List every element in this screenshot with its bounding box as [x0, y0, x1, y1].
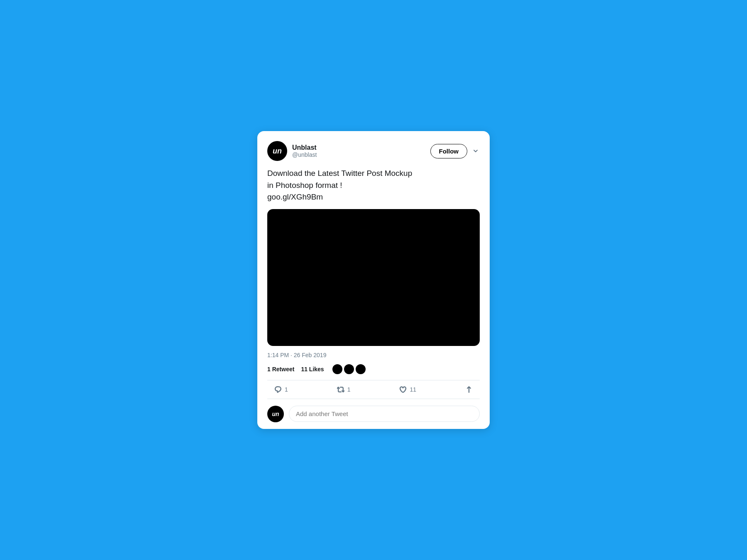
avatar-initials: un [273, 147, 282, 156]
retweet-action[interactable]: 1 [337, 385, 351, 394]
compose-avatar: un [267, 406, 284, 422]
like-action[interactable]: 11 [399, 385, 416, 394]
retweet-stat: 1 Retweet [267, 366, 294, 373]
reply-count: 1 [285, 386, 288, 393]
dm-action[interactable] [465, 385, 473, 394]
like-avatars [332, 364, 366, 374]
tweet-media-image [267, 209, 480, 346]
tweet-actions: 1 1 11 [267, 380, 480, 399]
tweet-header: un Unblast @unblast Follow [267, 141, 480, 161]
reply-icon [274, 385, 282, 394]
tweet-header-left: un Unblast @unblast [267, 141, 317, 161]
compose-input[interactable] [289, 406, 480, 422]
display-name: Unblast [292, 144, 317, 151]
like-avatar-2 [344, 364, 354, 374]
tweet-text: Download the Latest Twitter Post Mockup … [267, 168, 480, 203]
like-avatar-1 [332, 364, 342, 374]
avatar: un [267, 141, 287, 161]
follow-button[interactable]: Follow [430, 144, 468, 158]
like-stat: 11 Likes [301, 366, 324, 373]
tweet-body: Download the Latest Twitter Post Mockup … [267, 168, 480, 203]
user-info: Unblast @unblast [292, 144, 317, 158]
tweet-card: un Unblast @unblast Follow Download the … [257, 131, 490, 429]
user-handle: @unblast [292, 151, 317, 158]
retweet-count: 1 [347, 386, 351, 393]
chevron-down-icon[interactable] [471, 147, 480, 155]
retweet-icon [337, 385, 345, 394]
compose-avatar-text: un [272, 411, 279, 417]
tweet-timestamp: 1:14 PM · 26 Feb 2019 [267, 352, 480, 358]
dm-icon [465, 385, 473, 394]
reply-action[interactable]: 1 [274, 385, 288, 394]
like-count: 11 [410, 386, 416, 393]
tweet-compose: un [267, 399, 480, 429]
tweet-stats: 1 Retweet 11 Likes [267, 364, 480, 380]
tweet-header-right: Follow [430, 144, 480, 158]
heart-icon [399, 385, 407, 394]
like-avatar-3 [356, 364, 366, 374]
